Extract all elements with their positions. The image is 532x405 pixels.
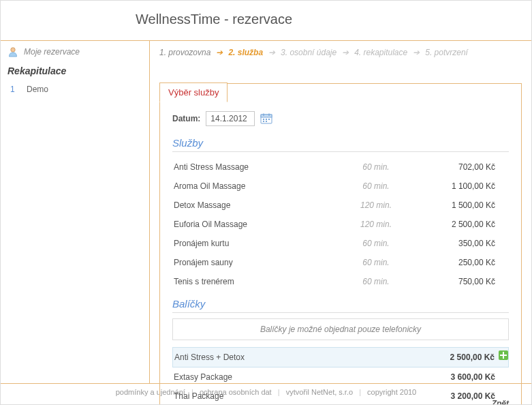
package-name: Anti Stress + Detox <box>174 350 331 364</box>
titlebar: WellnessTime - rezervace <box>1 1 531 40</box>
service-row[interactable]: Tenis s trenérem60 min.750,00 Kč <box>172 272 509 291</box>
add-icon[interactable] <box>499 350 508 360</box>
svg-rect-7 <box>268 119 270 120</box>
services-heading: Služby <box>172 137 509 152</box>
my-reservations-link[interactable]: Moje rezervace <box>1 41 149 63</box>
my-reservations-label: Moje rezervace <box>24 47 80 57</box>
package-price: 2 500,00 Kč <box>420 350 495 364</box>
service-price: 2 500,00 Kč <box>420 217 495 231</box>
content-area: Moje rezervace Rekapitulace 1 Demo 1. pr… <box>1 40 531 384</box>
package-row[interactable]: Anti Stress + Detox2 500,00 Kč <box>172 347 509 368</box>
package-price: 3 200,00 Kč <box>420 389 495 403</box>
chevron-right-icon: ➔ <box>216 48 223 57</box>
panel-body: Datum: <box>159 83 522 405</box>
service-duration: 120 min. <box>332 198 420 212</box>
chevron-right-icon: ➔ <box>268 48 275 57</box>
service-name: Pronájem kurtu <box>174 237 332 250</box>
service-price: 702,00 Kč <box>420 160 495 174</box>
sidebar: Moje rezervace Rekapitulace 1 Demo <box>1 41 150 383</box>
sidebar-recap-heading: Rekapitulace <box>1 63 149 80</box>
breadcrumb-step-2[interactable]: 2. služba <box>228 48 263 57</box>
chevron-right-icon: ➔ <box>413 48 420 57</box>
service-duration: 60 min. <box>332 256 420 269</box>
service-row[interactable]: Pronájem kurtu60 min.350,00 Kč <box>172 234 509 253</box>
package-name: Extasy Package <box>174 370 332 384</box>
svg-rect-6 <box>266 119 267 120</box>
back-button[interactable]: Zpět <box>492 399 509 405</box>
service-row[interactable]: Anti Stress Massage60 min.702,00 Kč <box>172 158 509 177</box>
date-input[interactable] <box>206 111 255 126</box>
service-row[interactable]: Euforia Oil Massage120 min.2 500,00 Kč <box>172 215 509 234</box>
service-name: Euforia Oil Massage <box>174 217 332 231</box>
service-name: Detox Massage <box>174 198 332 212</box>
service-price: 350,00 Kč <box>420 237 495 250</box>
service-name: Aroma Oil Massage <box>174 179 332 193</box>
service-price: 1 100,00 Kč <box>420 179 495 193</box>
service-name: Pronájem sauny <box>174 256 332 269</box>
app-window: WellnessTime - rezervace Moje rezervace … <box>0 0 532 405</box>
chevron-right-icon: ➔ <box>342 48 349 57</box>
svg-rect-9 <box>266 121 267 122</box>
package-price: 3 600,00 Kč <box>420 370 495 384</box>
service-panel: Výběr služby Datum: <box>159 83 522 405</box>
breadcrumb-step-1[interactable]: 1. provozovna <box>159 48 210 57</box>
sidebar-recap-list: 1 Demo <box>1 80 149 95</box>
sidebar-recap-num: 1 <box>10 83 17 95</box>
service-duration: 60 min. <box>332 179 420 193</box>
service-duration: 60 min. <box>332 275 420 288</box>
svg-rect-5 <box>263 119 264 120</box>
package-row[interactable]: Extasy Package3 600,00 Kč <box>172 368 509 387</box>
page-title: WellnessTime - rezervace <box>136 12 531 27</box>
service-row[interactable]: Pronájem sauny60 min.250,00 Kč <box>172 253 509 272</box>
service-row[interactable]: Detox Massage120 min.1 500,00 Kč <box>172 196 509 215</box>
package-name: Thai Package <box>174 389 332 403</box>
package-row[interactable]: Thai Package3 200,00 Kč <box>172 387 509 405</box>
date-row: Datum: <box>172 111 509 126</box>
breadcrumb: 1. provozovna ➔ 2. služba ➔ 3. osobní úd… <box>150 41 531 65</box>
service-price: 250,00 Kč <box>420 256 495 269</box>
svg-rect-8 <box>263 121 264 122</box>
service-name: Anti Stress Massage <box>174 160 332 174</box>
packages-table: Anti Stress + Detox2 500,00 KčExtasy Pac… <box>172 347 509 405</box>
service-price: 1 500,00 Kč <box>420 198 495 212</box>
service-duration: 60 min. <box>332 160 420 174</box>
packages-heading: Balíčky <box>172 298 509 313</box>
service-price: 750,00 Kč <box>420 275 495 288</box>
main-panel: 1. provozovna ➔ 2. služba ➔ 3. osobní úd… <box>150 41 531 383</box>
services-table: Anti Stress Massage60 min.702,00 KčAroma… <box>172 158 509 291</box>
service-name: Tenis s trenérem <box>174 275 332 288</box>
user-icon <box>7 46 18 57</box>
breadcrumb-step-4: 4. rekapitulace <box>354 48 407 57</box>
calendar-icon[interactable] <box>260 113 272 124</box>
svg-rect-2 <box>261 115 272 117</box>
tab-service-select[interactable]: Výběr služby <box>159 82 228 102</box>
sidebar-recap-item[interactable]: 1 Demo <box>10 83 142 95</box>
breadcrumb-step-5: 5. potvrzení <box>425 48 468 57</box>
date-label: Datum: <box>172 114 200 123</box>
breadcrumb-step-3: 3. osobní údaje <box>281 48 337 57</box>
packages-note: Balíčky je možné objednat pouze telefoni… <box>172 318 509 340</box>
service-row[interactable]: Aroma Oil Massage60 min.1 100,00 Kč <box>172 177 509 196</box>
service-duration: 60 min. <box>332 237 420 250</box>
svg-point-0 <box>11 48 15 52</box>
service-duration: 120 min. <box>332 217 420 231</box>
sidebar-recap-label: Demo <box>27 83 48 95</box>
